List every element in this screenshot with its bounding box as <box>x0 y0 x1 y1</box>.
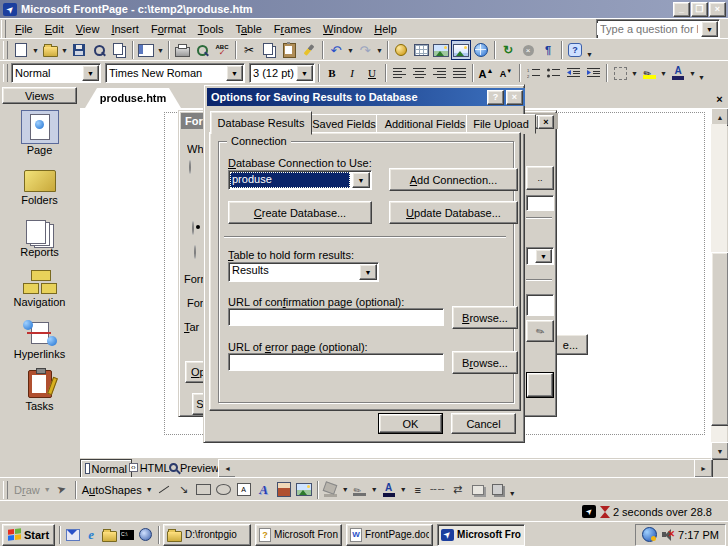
open-button[interactable] <box>40 40 60 60</box>
table-combo[interactable]: Results ▼ <box>228 262 379 282</box>
justify-button[interactable] <box>449 63 469 83</box>
view-item-reports[interactable]: Reports <box>0 220 79 258</box>
ok-button-outer[interactable]: OK <box>378 413 443 434</box>
taskbar-button-explorer[interactable]: D:\frontpgio <box>163 524 251 546</box>
autoshapes-menu-button[interactable]: AutoShapes <box>79 484 145 496</box>
arrow-style-button[interactable]: ⇄ <box>448 480 468 500</box>
tab-preview[interactable]: Preview <box>165 459 223 476</box>
toolbar-options-icon[interactable]: ▼ <box>697 74 706 81</box>
format-painter-button[interactable] <box>299 40 319 60</box>
menu-view[interactable]: View <box>70 21 106 37</box>
menu-frames[interactable]: Frames <box>268 21 317 37</box>
add-connection-button[interactable]: Add Connection... <box>389 168 518 191</box>
font-size-combo[interactable]: 3 (12 pt) ▼ <box>249 63 315 83</box>
cut-button[interactable]: ✂ <box>239 40 259 60</box>
toggle-pane-button[interactable] <box>136 40 156 60</box>
new-page-button[interactable] <box>11 40 31 60</box>
menu-insert[interactable]: Insert <box>105 21 145 37</box>
redo-button[interactable]: ↷ <box>355 40 375 60</box>
increase-font-size-button[interactable]: A▲ <box>476 63 496 83</box>
line-style-button[interactable]: ≡ <box>408 480 428 500</box>
send-to-radio[interactable] <box>189 160 191 174</box>
three-d-style-button[interactable] <box>488 480 508 500</box>
italic-button[interactable]: I <box>342 63 362 83</box>
close-button[interactable]: × <box>709 2 726 17</box>
update-database-button[interactable]: Update Database... <box>389 201 518 224</box>
combo-dropdown-icon[interactable]: ▼ <box>535 249 552 263</box>
tab-database-results[interactable]: Database Results <box>210 111 312 135</box>
borders-button[interactable] <box>610 63 630 83</box>
table-dropdown-icon[interactable]: ▼ <box>359 264 377 280</box>
menu-help[interactable]: Help <box>368 21 403 37</box>
fill-color-button[interactable] <box>321 480 341 500</box>
hscroll-track[interactable] <box>235 459 694 477</box>
field-fragment[interactable] <box>526 294 554 316</box>
increase-indent-button[interactable] <box>583 63 603 83</box>
quicklaunch-show-desktop[interactable] <box>100 525 118 545</box>
preview-in-browser-button[interactable] <box>192 40 212 60</box>
browse-error-button[interactable]: Browse... <box>452 351 518 374</box>
button-fragment[interactable]: .. <box>526 166 554 190</box>
numbered-list-button[interactable]: 12 <box>523 63 543 83</box>
refresh-button[interactable]: ↻ <box>498 40 518 60</box>
editor-close-button[interactable]: × <box>712 91 727 106</box>
tab-saved-fields[interactable]: Saved Fields <box>304 114 384 134</box>
help-button[interactable]: ? <box>565 40 585 60</box>
insert-table-button[interactable] <box>411 40 431 60</box>
vscroll-thumb[interactable] <box>711 252 728 426</box>
align-center-button[interactable] <box>409 63 429 83</box>
insert-picture-button[interactable] <box>431 40 451 60</box>
target-frame-pencil-button[interactable]: ✎ <box>526 320 554 342</box>
dialog-close-button[interactable]: × <box>506 90 523 105</box>
style-dropdown-icon[interactable]: ▼ <box>82 65 99 81</box>
rectangle-button[interactable] <box>194 480 214 500</box>
ask-a-question-box[interactable]: ▼ <box>596 19 720 39</box>
redo-dropdown-icon[interactable]: ▼ <box>375 47 384 54</box>
cancel-button[interactable]: Cancel <box>451 413 516 434</box>
minimize-button[interactable]: _ <box>673 2 690 17</box>
wordart-button[interactable]: A <box>254 480 274 500</box>
menu-table[interactable]: Table <box>229 21 267 37</box>
view-item-hyperlinks[interactable]: Hyperlinks <box>0 320 79 360</box>
line-color-button[interactable]: ✎ <box>350 480 370 500</box>
dialog-help-button[interactable]: ? <box>487 90 504 105</box>
tray-app-icon[interactable] <box>642 527 657 542</box>
document-tab[interactable]: produse.htm <box>85 88 181 108</box>
stop-button[interactable]: × <box>518 40 538 60</box>
undo-button[interactable]: ↶ <box>326 40 346 60</box>
style-combo[interactable]: Normal ▼ <box>11 63 101 83</box>
undo-dropdown-icon[interactable]: ▼ <box>346 47 355 54</box>
field-fragment[interactable] <box>526 195 554 211</box>
start-button[interactable]: Start <box>2 524 55 546</box>
error-url-input[interactable] <box>228 353 444 371</box>
font-color-button[interactable]: A <box>668 63 688 83</box>
ask-question-dropdown-icon[interactable]: ▼ <box>701 21 718 37</box>
browse-confirmation-button[interactable]: Browse... <box>452 306 518 329</box>
tab-additional-fields[interactable]: Additional Fields <box>376 114 474 134</box>
menu-file[interactable]: File <box>9 21 39 37</box>
view-item-tasks[interactable]: Tasks <box>0 370 79 412</box>
create-database-button[interactable]: Create Database... <box>228 201 372 224</box>
align-right-button[interactable] <box>429 63 449 83</box>
shadow-style-button[interactable] <box>468 480 488 500</box>
menu-tools[interactable]: Tools <box>192 21 230 37</box>
taskbar-button-word-doc[interactable]: W FrontPage.doc - ... <box>346 524 433 546</box>
highlight-dropdown-icon[interactable]: ▼ <box>659 70 668 77</box>
restore-button[interactable]: ❐ <box>691 2 708 17</box>
quicklaunch-media-player[interactable] <box>136 525 154 545</box>
oval-button[interactable] <box>214 480 234 500</box>
connection-combo[interactable]: produse ▼ <box>228 170 372 190</box>
line-button[interactable] <box>154 480 174 500</box>
clip-art-button[interactable] <box>274 480 294 500</box>
select-objects-button[interactable]: ➤ <box>52 480 72 500</box>
drawing-button[interactable] <box>451 40 471 60</box>
font-size-dropdown-icon[interactable]: ▼ <box>296 65 313 81</box>
font-color-dropdown-icon[interactable]: ▼ <box>399 486 408 493</box>
view-item-navigation[interactable]: Navigation <box>0 270 79 308</box>
confirmation-url-input[interactable] <box>228 308 444 326</box>
highlight-button[interactable]: ✎ <box>639 63 659 83</box>
publish-web-button[interactable] <box>109 40 129 60</box>
bulleted-list-button[interactable] <box>543 63 563 83</box>
ask-a-question-input[interactable] <box>597 23 701 35</box>
autoshapes-dropdown-icon[interactable]: ▼ <box>145 486 154 493</box>
